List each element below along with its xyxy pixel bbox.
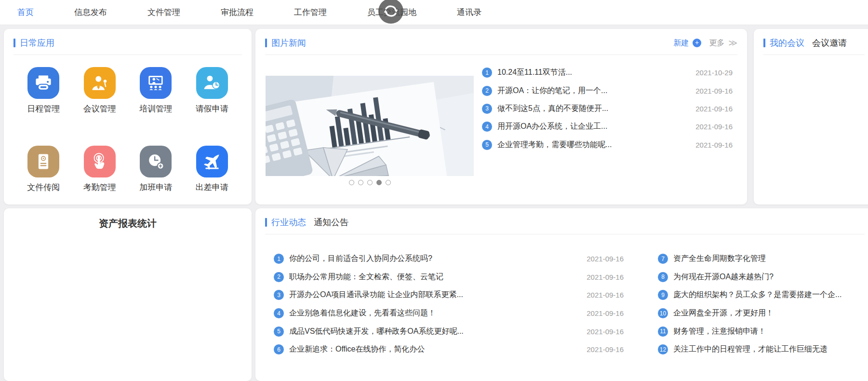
asset-report-title: 资产报表统计 xyxy=(4,217,252,230)
news-link[interactable]: 成品VS低代码快速开发，哪种政务OA系统更好呢... xyxy=(289,327,581,337)
list-item: 2 开源OA：让你的笔记，用一个... 2021-09-16 xyxy=(482,82,733,99)
carousel-dot[interactable] xyxy=(386,180,391,185)
app-label: 出差申请 xyxy=(196,182,228,193)
news-link[interactable]: 企业新追求：Office在线协作，简化办公 xyxy=(289,344,581,354)
divider xyxy=(763,54,865,55)
news-link[interactable]: 庞大的组织架构？员工众多？是需要搭建一个企... xyxy=(673,290,868,300)
list-item: 6 企业新追求：Office在线协作，简化办公 2021-09-16 xyxy=(274,340,624,359)
news-link[interactable]: 你的公司，目前适合引入协同办公系统吗? xyxy=(289,254,581,264)
number-badge: 9 xyxy=(658,290,668,300)
list-item: 12 关注工作中的日程管理，才能让工作巨细无遗 xyxy=(658,340,868,359)
news-link[interactable]: 开源OA：让你的笔记，用一个... xyxy=(497,86,690,96)
tab-my-meetings[interactable]: 我的会议 xyxy=(770,37,804,49)
top-nav: 首页 信息发布 文件管理 审批流程 工作管理 员工交流园地 通讯录 xyxy=(0,0,868,25)
list-item: 10 企业网盘全开源，才更好用！ xyxy=(658,304,868,323)
number-badge: 7 xyxy=(658,254,668,264)
number-badge: 3 xyxy=(274,290,284,300)
app-overtime-request[interactable]: 加班申请 xyxy=(139,146,172,193)
meetings-header: 我的会议 会议邀请 xyxy=(754,29,868,54)
news-date: 2021-09-16 xyxy=(695,141,733,149)
chevron-double-right-icon[interactable]: ≫ xyxy=(728,38,737,48)
news-link[interactable]: 关注工作中的日程管理，才能让工作巨细无遗 xyxy=(673,344,868,354)
industry-list-right: 7 资产全生命周期数字化管理 8 为何现在开源OA越来越热门? 9 庞大的组织架… xyxy=(658,250,868,359)
list-item: 7 资产全生命周期数字化管理 xyxy=(658,250,868,268)
divider xyxy=(265,234,865,234)
app-label: 培训管理 xyxy=(139,103,172,114)
carousel-dot[interactable] xyxy=(367,180,373,185)
carousel-image[interactable] xyxy=(266,76,474,176)
carousel-dot-active[interactable] xyxy=(376,180,382,185)
news-link[interactable]: 财务管理，注意报销申请！ xyxy=(673,327,868,337)
number-badge: 1 xyxy=(482,68,492,78)
list-item: 11 财务管理，注意报销申请！ xyxy=(658,322,868,340)
plus-icon[interactable]: + xyxy=(693,39,701,47)
number-badge: 4 xyxy=(482,122,492,132)
person-clock-icon xyxy=(196,67,228,99)
app-training-mgmt[interactable]: 培训管理 xyxy=(139,67,172,114)
list-item: 4 用开源OA办公系统，让企业工... 2021-09-16 xyxy=(482,118,733,136)
number-badge: 2 xyxy=(482,86,492,96)
presentation-icon xyxy=(140,67,172,99)
industry-header: 行业动态 通知公告 xyxy=(255,208,868,234)
app-label: 加班申请 xyxy=(139,182,172,193)
news-link[interactable]: 做不到这5点，真的不要随便开... xyxy=(497,104,690,114)
news-date: 2021-10-29 xyxy=(695,68,733,77)
picture-news-title: 图片新闻 xyxy=(271,37,306,49)
news-date: 2021-09-16 xyxy=(587,291,624,299)
picture-news-panel: 图片新闻 新建 + 更多 ≫ xyxy=(255,29,747,204)
number-badge: 11 xyxy=(658,327,668,337)
list-item: 8 为何现在开源OA越来越热门? xyxy=(658,268,868,286)
nav-item-approval-flow[interactable]: 审批流程 xyxy=(221,7,254,18)
daily-apps-panel: 日常应用 日程管理 xyxy=(4,29,252,204)
news-link[interactable]: 企业别急着信息化建设，先看看这些问题！ xyxy=(289,308,581,318)
clock-plus-icon xyxy=(140,146,172,177)
picture-news-list: 1 10.24至11.11双节活... 2021-10-29 2 开源OA：让你… xyxy=(482,64,733,154)
asset-report-panel: 资产报表统计 xyxy=(4,208,252,381)
accent-bar xyxy=(265,218,267,227)
number-badge: 10 xyxy=(658,308,668,318)
news-link[interactable]: 为何现在开源OA越来越热门? xyxy=(673,272,868,282)
news-link[interactable]: 企业管理考勤，需要哪些功能呢... xyxy=(497,140,690,150)
news-date: 2021-09-16 xyxy=(587,345,624,354)
new-button[interactable]: 新建 xyxy=(673,38,689,48)
tab-industry-trends[interactable]: 行业动态 xyxy=(271,217,306,228)
app-attendance-mgmt[interactable]: 考勤管理 xyxy=(83,146,116,193)
app-schedule-mgmt[interactable]: 日程管理 xyxy=(27,67,60,114)
nav-item-contacts[interactable]: 通讯录 xyxy=(457,7,481,18)
number-badge: 6 xyxy=(274,344,284,354)
app-label: 文件传阅 xyxy=(27,182,60,193)
list-item: 3 做不到这5点，真的不要随便开... 2021-09-16 xyxy=(482,100,733,118)
nav-item-file-mgmt[interactable]: 文件管理 xyxy=(147,7,180,18)
app-meeting-mgmt[interactable]: 会议管理 xyxy=(83,67,116,114)
app-file-circulation[interactable]: 文件传阅 xyxy=(27,146,60,193)
app-leave-request[interactable]: 请假申请 xyxy=(196,67,228,114)
nav-item-info-publish[interactable]: 信息发布 xyxy=(74,7,107,18)
news-link[interactable]: 用开源OA办公系统，让企业工... xyxy=(497,122,690,132)
number-badge: 4 xyxy=(274,308,284,318)
news-link[interactable]: 企业网盘全开源，才更好用！ xyxy=(673,308,868,318)
news-link[interactable]: 资产全生命周期数字化管理 xyxy=(673,254,868,264)
nav-item-home[interactable]: 首页 xyxy=(17,7,34,18)
news-date: 2021-09-16 xyxy=(695,122,733,131)
industry-news-panel: 行业动态 通知公告 1 你的公司，目前适合引入协同办公系统吗? 2021-09-… xyxy=(255,208,868,381)
list-item: 5 企业管理考勤，需要哪些功能呢... 2021-09-16 xyxy=(482,136,733,154)
app-business-trip-request[interactable]: 出差申请 xyxy=(196,146,228,193)
news-link[interactable]: 10.24至11.11双节活... xyxy=(497,68,690,78)
list-item: 1 10.24至11.11双节活... 2021-10-29 xyxy=(482,64,733,82)
divider xyxy=(265,54,737,55)
carousel-dot[interactable] xyxy=(358,180,363,185)
tab-notices[interactable]: 通知公告 xyxy=(314,217,348,228)
carousel-dot[interactable] xyxy=(349,180,354,185)
tab-meeting-invites[interactable]: 会议邀请 xyxy=(812,37,847,49)
list-item: 3 开源办公OA项目通讯录功能 让企业内部联系更紧... 2021-09-16 xyxy=(274,286,624,304)
nav-item-work-mgmt[interactable]: 工作管理 xyxy=(294,7,327,18)
news-date: 2021-09-16 xyxy=(587,309,624,317)
more-button[interactable]: 更多 xyxy=(709,38,724,48)
list-item: 9 庞大的组织架构？员工众多？是需要搭建一个企... xyxy=(658,286,868,304)
list-item: 5 成品VS低代码快速开发，哪种政务OA系统更好呢... 2021-09-16 xyxy=(274,322,624,340)
news-link[interactable]: 职场办公常用功能：全文检索、便签、云笔记 xyxy=(289,272,581,282)
news-date: 2021-09-16 xyxy=(587,327,624,336)
app-label: 考勤管理 xyxy=(83,182,116,193)
news-date: 2021-09-16 xyxy=(695,87,733,95)
news-link[interactable]: 开源办公OA项目通讯录功能 让企业内部联系更紧... xyxy=(289,290,581,300)
